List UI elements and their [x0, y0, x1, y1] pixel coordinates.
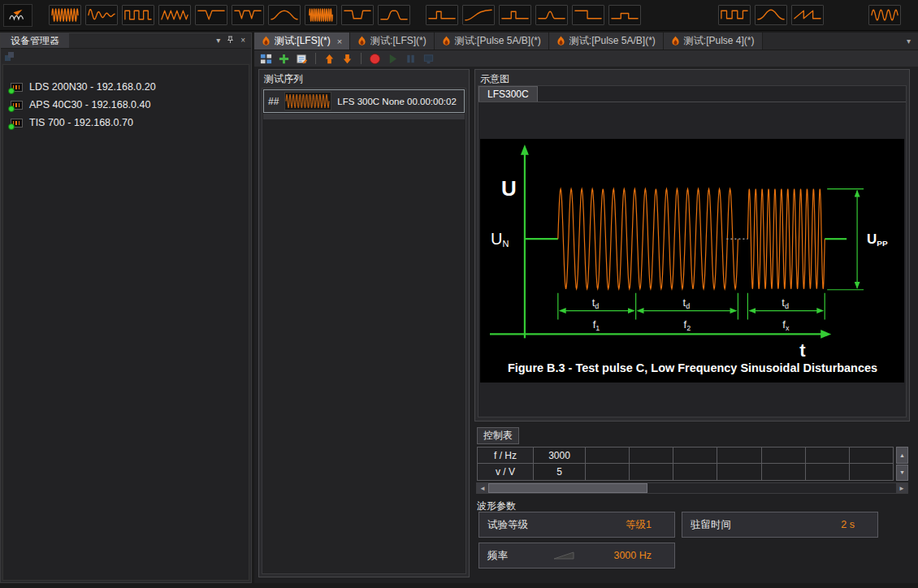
waveform-button-dense-burst[interactable] [305, 5, 337, 25]
tab-test-pulse4[interactable]: 测试:[Pulse 4](*) [664, 32, 763, 50]
stop-icon[interactable] [368, 52, 382, 66]
param-dwell-time[interactable]: 驻留时间 2 s [682, 512, 878, 538]
device-manager-header: 设备管理器 ▾ × [1, 33, 251, 49]
table-cell-empty[interactable] [850, 447, 894, 464]
sequence-item-lfs-300c[interactable]: ## LFS 300C None 00.00:00:02 [263, 89, 465, 113]
waveform-button-round-pulse[interactable] [378, 5, 410, 25]
pause-icon[interactable] [404, 52, 418, 66]
tab-label: 测试:[Pulse 5A/B](*) [455, 34, 541, 48]
diagram-body: LFS300C [478, 85, 907, 417]
waveform-button-square-wave[interactable] [718, 5, 751, 25]
arrow-glyph [14, 9, 23, 15]
table-cell-empty[interactable] [717, 447, 761, 464]
waveform-button-dropout-notch[interactable] [341, 5, 374, 25]
waveform-button-damped-sine[interactable] [85, 5, 118, 25]
waveform-button-micro-pulse[interactable] [535, 5, 568, 25]
waveform-button-square-pulses[interactable] [122, 5, 154, 25]
tab-test-lfs-1[interactable]: 测试:[LFS](*) × [254, 32, 350, 50]
device-item-lds-200n30[interactable]: LDS 200N30 - 192.168.0.20 [3, 78, 249, 96]
waveform-button-short-pulse[interactable] [499, 5, 531, 25]
param-label: 试验等级 [487, 518, 528, 532]
waveform-button-low-step[interactable] [608, 5, 641, 25]
waveform-button-double-dip[interactable] [232, 5, 264, 25]
tab-test-lfs-2[interactable]: 测试:[LFS](*) [350, 32, 435, 50]
table-cell-value[interactable]: 3000 [534, 447, 586, 464]
add-icon[interactable] [277, 52, 291, 66]
tab-test-pulse5ab-2[interactable]: 测试:[Pulse 5A/B](*) [549, 32, 664, 50]
table-cell-empty[interactable] [762, 464, 806, 481]
device-icon [11, 83, 23, 92]
tab-label: 测试:[Pulse 4](*) [684, 34, 755, 48]
move-up-icon[interactable] [323, 52, 336, 66]
table-cell-empty[interactable] [762, 447, 806, 464]
scroll-up-icon[interactable]: ▲ [896, 447, 908, 464]
online-status-dot [8, 88, 15, 94]
waveform-button-voltage-dip[interactable] [195, 5, 227, 25]
tab-close-icon[interactable]: × [337, 37, 342, 46]
f2-label: f2 [684, 318, 691, 332]
control-table-area: 控制表 f / Hz 3000 v / V 5 [474, 427, 910, 497]
table-cell-empty[interactable] [806, 464, 850, 481]
tab-label: 测试:[LFS](*) [370, 34, 427, 48]
table-cell-empty[interactable] [717, 464, 761, 481]
monitor-icon[interactable] [422, 52, 435, 66]
table-cell-empty[interactable] [586, 447, 630, 464]
device-item-tis-700[interactable]: TIS 700 - 192.168.0.70 [3, 114, 249, 132]
diagram-panel: 示意图 LFS300C [474, 69, 910, 422]
pin-icon[interactable] [227, 36, 234, 45]
table-cell-empty[interactable] [673, 447, 717, 464]
online-status-dot [8, 123, 15, 130]
table-cell-empty[interactable] [673, 464, 717, 481]
scrollbar-thumb[interactable] [488, 483, 647, 493]
param-value: 3000 Hz [613, 550, 666, 561]
param-frequency[interactable]: 频率 3000 Hz [478, 543, 675, 569]
waveform-button-sawtooth[interactable] [791, 5, 824, 25]
move-down-icon[interactable] [340, 52, 354, 66]
device-manager-title: 设备管理器 [1, 33, 69, 48]
close-icon[interactable]: × [240, 37, 245, 45]
device-item-aps-40c30[interactable]: APS 40C30 - 192.168.0.40 [3, 96, 249, 114]
u-axis-label: U [501, 177, 517, 200]
waveform-button-bell-pulse[interactable] [755, 5, 787, 25]
table-row-voltage: v / V 5 [477, 464, 894, 481]
waveform-button-step-down[interactable] [572, 5, 604, 25]
tab-overflow-chevron-icon[interactable]: ▾ [899, 37, 918, 45]
param-test-level[interactable]: 试验等级 等级1 [478, 512, 675, 538]
edit-icon[interactable] [295, 52, 309, 66]
diagram-subtab-strip: LFS300C [478, 86, 906, 102]
scroll-left-icon[interactable]: ◄ [477, 483, 488, 493]
table-cell-empty[interactable] [586, 464, 630, 481]
table-cell-value[interactable]: 5 [534, 464, 586, 481]
waveform-button-smooth-hump[interactable] [268, 5, 301, 25]
param-label: 驻留时间 [691, 518, 731, 532]
run-icon[interactable] [386, 52, 400, 66]
scroll-down-icon[interactable]: ▼ [896, 465, 908, 482]
tab-label: 测试:[LFS](*) [275, 34, 331, 48]
coil-arrow-icon[interactable] [3, 4, 32, 27]
waveform-button-sine-burst[interactable] [49, 5, 81, 25]
waveform-button-triangle-pulses[interactable] [158, 5, 191, 25]
sequence-empty-slot [263, 114, 465, 119]
scroll-right-icon[interactable]: ► [896, 483, 907, 493]
td-label-2: td [683, 296, 691, 310]
table-cell-empty[interactable] [806, 447, 850, 464]
waveform-button-exp-rise[interactable] [462, 5, 495, 25]
table-cell-empty[interactable] [630, 447, 673, 464]
waveform-button-multi-sine[interactable] [868, 5, 901, 25]
table-cell-empty[interactable] [630, 464, 673, 481]
layers-icon[interactable] [4, 51, 15, 62]
tab-label: 测试:[Pulse 5A/B](*) [569, 34, 656, 48]
scrollbar-track[interactable] [488, 483, 896, 493]
main-content: 测试序列 ## LFS 300C None 00.00:00:02 示意图 LF… [254, 67, 918, 583]
table-cell-empty[interactable] [850, 464, 894, 481]
waveform-params-area: 波形参数 试验等级 等级1 驻留时间 2 s 频率 3000 Hz [474, 498, 910, 581]
t-axis-label: t [799, 340, 806, 361]
tab-test-pulse5ab-1[interactable]: 测试:[Pulse 5A/B](*) [435, 32, 549, 50]
sequence-list[interactable]: ## LFS 300C None 00.00:00:02 [262, 88, 466, 574]
waveform-button-notch-pulse[interactable] [426, 5, 458, 25]
param-value: 等级1 [626, 518, 666, 532]
test-flame-icon [262, 36, 271, 46]
chevron-down-icon[interactable]: ▾ [216, 37, 220, 45]
sequence-icon[interactable] [259, 52, 273, 66]
subtab-lfs300c[interactable]: LFS300C [478, 86, 538, 102]
